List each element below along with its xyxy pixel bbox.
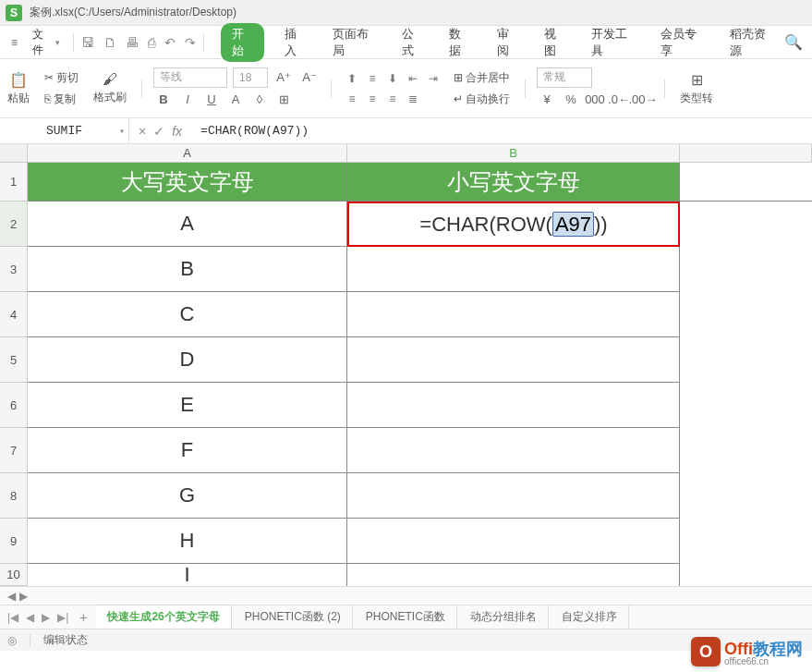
cell-a8[interactable]: G <box>28 473 347 519</box>
row-header-1[interactable]: 1 <box>0 163 28 202</box>
redo-icon[interactable]: ↷ <box>183 33 198 52</box>
decrease-decimal-icon[interactable]: .00→ <box>633 90 653 110</box>
sheet-tab-3[interactable]: 动态分组排名 <box>459 605 549 629</box>
cell-b1[interactable]: 小写英文字母 <box>347 163 680 202</box>
sheet-tab-2[interactable]: PHONETIC函数 <box>355 605 457 629</box>
cell-a6[interactable]: E <box>28 383 347 428</box>
indent-left-icon[interactable]: ⇤ <box>404 69 422 88</box>
row-header-7[interactable]: 7 <box>0 428 28 473</box>
cell-a10[interactable]: I <box>28 564 347 586</box>
scroll-right-icon[interactable]: ▶ <box>19 590 28 603</box>
align-center-icon[interactable]: ≡ <box>363 90 382 108</box>
cell-b7[interactable] <box>347 428 680 473</box>
formula-input[interactable]: =CHAR(ROW(A97)) <box>191 124 812 138</box>
column-header-b[interactable]: B <box>347 144 680 163</box>
chevron-down-icon[interactable]: ▾ <box>119 126 125 137</box>
tab-page-layout[interactable]: 页面布局 <box>327 22 382 63</box>
increase-decimal-icon[interactable]: .0← <box>609 90 629 110</box>
number-format-select[interactable]: 常规 <box>537 67 592 88</box>
sheet-tab-1[interactable]: PHONETIC函数 (2) <box>234 605 353 629</box>
tab-insert[interactable]: 插入 <box>279 22 311 63</box>
comma-icon[interactable]: 000 <box>585 90 605 110</box>
cell-b3[interactable] <box>347 247 680 292</box>
cell-b2-active[interactable]: =CHAR(ROW(A97)) <box>347 202 680 247</box>
align-top-icon[interactable]: ⬆ <box>343 69 361 88</box>
indent-right-icon[interactable]: ⇥ <box>424 69 442 88</box>
border-button[interactable]: ⊞ <box>273 90 294 110</box>
cell-a4[interactable]: C <box>28 292 347 337</box>
underline-button[interactable]: U <box>201 90 222 110</box>
print-icon[interactable]: 🖶 <box>124 33 140 52</box>
cell-b9[interactable] <box>347 519 680 564</box>
cell-b4[interactable] <box>347 292 680 337</box>
search-icon[interactable]: 🔍 <box>781 30 806 55</box>
copy-button[interactable]: ⎘ 复制 <box>41 90 82 109</box>
tab-formula[interactable]: 公式 <box>396 22 429 63</box>
last-sheet-icon[interactable]: ▶| <box>55 609 70 626</box>
cell-a9[interactable]: H <box>28 519 347 564</box>
cell-b6[interactable] <box>347 383 680 428</box>
currency-icon[interactable]: ¥ <box>537 90 557 110</box>
undo-icon[interactable]: ↶ <box>163 33 177 52</box>
bold-button[interactable]: B <box>153 90 174 110</box>
cell-a1[interactable]: 大写英文字母 <box>28 163 347 202</box>
name-box[interactable]: SUMIF ▾ <box>0 118 129 143</box>
cancel-formula-icon[interactable]: × <box>139 124 146 139</box>
paste-button[interactable]: 📋 粘贴 <box>4 69 33 108</box>
row-header-10[interactable]: 10 <box>0 564 28 586</box>
select-all-corner[interactable] <box>0 144 28 163</box>
justify-icon[interactable]: ≣ <box>404 90 422 108</box>
align-right-icon[interactable]: ≡ <box>383 90 402 108</box>
tab-dev-tools[interactable]: 开发工具 <box>586 22 640 63</box>
enter-formula-icon[interactable]: ✓ <box>153 124 164 139</box>
align-left-icon[interactable]: ≡ <box>343 90 361 108</box>
cut-button[interactable]: ✂ 剪切 <box>41 68 82 88</box>
decrease-font-icon[interactable]: A⁻ <box>299 67 320 88</box>
fill-color-button[interactable]: ◊ <box>249 90 270 110</box>
prev-sheet-icon[interactable]: ◀ <box>24 609 36 626</box>
tab-member[interactable]: 会员专享 <box>655 22 709 63</box>
fx-icon[interactable]: fx <box>172 124 182 139</box>
cell-b5[interactable] <box>347 337 680 383</box>
save-as-icon[interactable]: 🗋 <box>102 33 118 52</box>
percent-icon[interactable]: % <box>561 90 581 110</box>
tab-resources[interactable]: 稻壳资源 <box>724 22 779 63</box>
cell-a5[interactable]: D <box>28 337 347 383</box>
cell-a3[interactable]: B <box>28 247 347 292</box>
row-header-8[interactable]: 8 <box>0 473 28 519</box>
align-middle-icon[interactable]: ≡ <box>363 69 382 88</box>
column-header-a[interactable]: A <box>28 144 347 163</box>
type-convert-button[interactable]: ⊞ 类型转 <box>676 69 717 108</box>
print-preview-icon[interactable]: ⎙ <box>146 33 157 52</box>
tab-start[interactable]: 开始 <box>221 23 264 62</box>
save-icon[interactable]: 🖫 <box>79 33 96 52</box>
wrap-button[interactable]: ↵ 自动换行 <box>450 90 514 109</box>
align-bottom-icon[interactable]: ⬇ <box>383 69 402 88</box>
sheet-tab-4[interactable]: 自定义排序 <box>551 605 629 629</box>
row-header-5[interactable]: 5 <box>0 337 28 383</box>
italic-button[interactable]: I <box>177 90 198 110</box>
font-size-select[interactable]: 18 <box>233 67 268 88</box>
cell-a7[interactable]: F <box>28 428 347 473</box>
increase-font-icon[interactable]: A⁺ <box>273 67 294 88</box>
row-header-4[interactable]: 4 <box>0 292 28 337</box>
next-sheet-icon[interactable]: ▶ <box>40 609 52 626</box>
add-sheet-button[interactable]: + <box>72 606 94 629</box>
row-header-9[interactable]: 9 <box>0 519 28 564</box>
tab-review[interactable]: 审阅 <box>491 22 524 63</box>
format-painter-button[interactable]: 🖌 格式刷 <box>90 69 130 107</box>
first-sheet-icon[interactable]: |◀ <box>6 609 20 626</box>
row-header-6[interactable]: 6 <box>0 383 28 428</box>
sheet-tab-0[interactable]: 快速生成26个英文字母 <box>96 605 231 629</box>
font-name-select[interactable]: 等线 <box>153 67 227 88</box>
cell-a2[interactable]: A <box>28 202 347 247</box>
tab-view[interactable]: 视图 <box>539 22 571 63</box>
cell-b8[interactable] <box>347 473 680 519</box>
tab-data[interactable]: 数据 <box>443 22 476 63</box>
row-header-2[interactable]: 2 <box>0 202 28 247</box>
font-color-button[interactable]: A <box>225 90 246 110</box>
merge-button[interactable]: ⊞ 合并居中 <box>450 68 514 88</box>
row-header-3[interactable]: 3 <box>0 247 28 292</box>
scroll-left-icon[interactable]: ◀ <box>7 590 16 603</box>
hamburger-icon[interactable]: ≡ <box>6 33 23 52</box>
